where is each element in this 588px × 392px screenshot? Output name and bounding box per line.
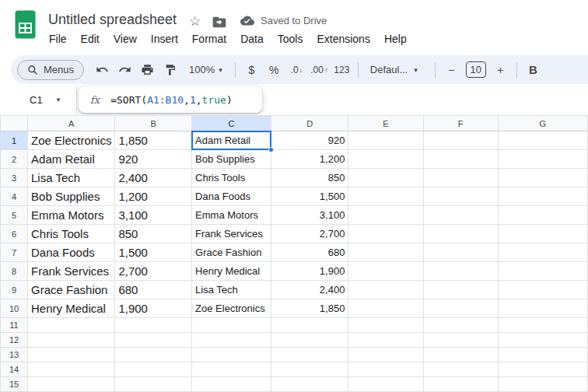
menu-view[interactable]: View (107, 30, 144, 47)
cell-B13[interactable] (115, 348, 192, 362)
cell-B11[interactable] (115, 318, 192, 333)
menu-file[interactable]: File (42, 30, 74, 47)
cell-F14[interactable] (423, 362, 498, 377)
cell-C8[interactable]: Henry Medical (192, 262, 271, 281)
cell-D6[interactable]: 2,700 (271, 225, 348, 243)
cell-A14[interactable] (28, 362, 115, 377)
col-header-E[interactable]: E (348, 116, 423, 131)
menu-extensions[interactable]: Extensions (310, 30, 376, 47)
cell-D14[interactable] (271, 362, 348, 377)
cell-D13[interactable] (271, 348, 348, 362)
cell-D15[interactable] (271, 377, 348, 392)
cell-A7[interactable]: Dana Foods (28, 243, 115, 262)
cell-D8[interactable]: 1,900 (271, 262, 348, 281)
cell-A6[interactable]: Chris Tools (28, 225, 115, 243)
cell-A4[interactable]: Bob Supplies (28, 187, 115, 206)
print-button[interactable] (137, 59, 158, 80)
cell-A12[interactable] (28, 333, 115, 348)
cell-C1[interactable]: Adam Retail (192, 131, 271, 150)
bold-button[interactable]: B (523, 59, 544, 80)
cell-A8[interactable]: Frank Services (28, 262, 115, 281)
cell-B4[interactable]: 1,200 (115, 187, 192, 206)
paint-format-button[interactable] (159, 59, 180, 80)
cell-F13[interactable] (423, 348, 498, 362)
cell-F2[interactable] (423, 150, 498, 169)
increase-decimal-button[interactable]: .00↑ (309, 59, 330, 80)
cell-C14[interactable] (192, 362, 271, 377)
font-size-input[interactable]: 10 (466, 61, 486, 78)
row-header-3[interactable]: 3 (1, 169, 28, 187)
cell-D4[interactable]: 1,500 (271, 187, 348, 206)
font-family-select[interactable]: Defaul... ▾ (364, 59, 429, 80)
col-header-D[interactable]: D (271, 116, 348, 131)
row-header-10[interactable]: 10 (1, 299, 28, 318)
cell-C11[interactable] (192, 318, 271, 333)
menus-search-chip[interactable]: Menus (17, 60, 84, 80)
cell-G1[interactable] (498, 131, 587, 150)
cell-C2[interactable]: Bob Supplies (192, 150, 271, 169)
menu-help[interactable]: Help (377, 30, 414, 47)
cell-F5[interactable] (423, 206, 498, 225)
row-header-14[interactable]: 14 (1, 362, 28, 377)
cell-A11[interactable] (28, 318, 115, 333)
cell-G13[interactable] (498, 348, 587, 362)
cell-F3[interactable] (423, 169, 498, 187)
cell-E12[interactable] (348, 333, 423, 348)
decrease-decimal-button[interactable]: .0↓ (286, 59, 307, 80)
cell-C3[interactable]: Chris Tools (192, 169, 271, 187)
cell-G11[interactable] (498, 318, 587, 333)
cell-A10[interactable]: Henry Medical (28, 299, 115, 318)
cell-B2[interactable]: 920 (115, 150, 192, 169)
cell-D1[interactable]: 920 (271, 131, 348, 150)
cell-F4[interactable] (423, 187, 498, 206)
cell-B5[interactable]: 3,100 (115, 206, 192, 225)
cell-A9[interactable]: Grace Fashion (28, 281, 115, 299)
name-box[interactable]: C1 ▾ (0, 85, 77, 114)
formula-text[interactable]: =SORT(A1:B10,1,true) (110, 94, 233, 106)
cell-E1[interactable] (348, 131, 423, 150)
cell-B12[interactable] (115, 333, 192, 348)
cell-E5[interactable] (348, 206, 423, 225)
cell-C6[interactable]: Frank Services (192, 225, 271, 243)
cell-A15[interactable] (28, 377, 115, 392)
menu-insert[interactable]: Insert (144, 30, 185, 47)
cell-C4[interactable]: Dana Foods (192, 187, 271, 206)
cell-A2[interactable]: Adam Retail (28, 150, 115, 169)
cell-E3[interactable] (348, 169, 423, 187)
cell-C9[interactable]: Lisa Tech (192, 281, 271, 299)
fill-handle[interactable] (268, 147, 274, 152)
row-header-12[interactable]: 12 (1, 333, 28, 348)
cell-E2[interactable] (348, 150, 423, 169)
cell-D10[interactable]: 1,850 (271, 299, 348, 318)
cell-D7[interactable]: 680 (271, 243, 348, 262)
formula-input-card[interactable]: fx =SORT(A1:B10,1,true) (79, 86, 262, 113)
cell-F1[interactable] (423, 131, 498, 150)
cell-G14[interactable] (498, 362, 587, 377)
cell-G6[interactable] (498, 225, 587, 243)
cell-B15[interactable] (115, 377, 192, 392)
row-header-13[interactable]: 13 (1, 348, 28, 362)
cell-E6[interactable] (348, 225, 423, 243)
cell-D9[interactable]: 2,400 (271, 281, 348, 299)
undo-button[interactable] (92, 59, 113, 80)
row-header-15[interactable]: 15 (1, 377, 28, 392)
cell-A13[interactable] (28, 348, 115, 362)
cell-C12[interactable] (192, 333, 271, 348)
cell-E9[interactable] (348, 281, 423, 299)
cell-E11[interactable] (348, 318, 423, 333)
row-header-9[interactable]: 9 (1, 281, 28, 299)
cell-B9[interactable]: 680 (115, 281, 192, 299)
format-currency-button[interactable]: $ (241, 59, 262, 80)
row-header-5[interactable]: 5 (1, 206, 28, 225)
cell-D12[interactable] (271, 333, 348, 348)
cell-G9[interactable] (498, 281, 587, 299)
cell-F11[interactable] (423, 318, 498, 333)
cell-F6[interactable] (423, 225, 498, 243)
row-header-4[interactable]: 4 (1, 187, 28, 206)
row-header-6[interactable]: 6 (1, 225, 28, 243)
cell-G2[interactable] (498, 150, 587, 169)
cell-B14[interactable] (115, 362, 192, 377)
cell-A3[interactable]: Lisa Tech (28, 169, 115, 187)
cell-G5[interactable] (498, 206, 587, 225)
cell-C7[interactable]: Grace Fashion (192, 243, 271, 262)
